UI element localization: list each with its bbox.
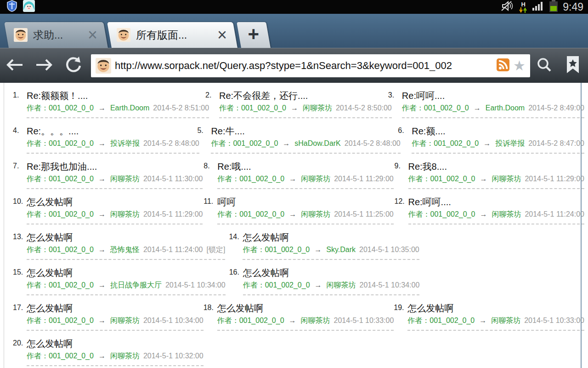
tab-all-boards[interactable]: 所有版面... × (107, 22, 237, 48)
author-link[interactable]: 作者：001_002_0_0 (412, 139, 479, 147)
post-title-link[interactable]: 怎么发帖啊 (243, 267, 420, 279)
author-link[interactable]: 作者：001_002_0_0 (217, 316, 284, 324)
author-link[interactable]: 作者：001_002_0_0 (27, 352, 94, 360)
post-title-link[interactable]: Re:呵呵.... (402, 90, 584, 102)
post-title-link[interactable]: 怎么发帖啊 (407, 303, 584, 314)
board-link[interactable]: 闲聊茶坊 (492, 210, 521, 218)
board-link[interactable]: 闲聊茶坊 (327, 281, 356, 289)
board-link[interactable]: 闲聊茶坊 (301, 316, 330, 324)
board-link[interactable]: 闲聊茶坊 (303, 104, 332, 112)
post-meta: 作者：001_002_0_0→闲聊茶坊2014-5-1 10:33:00 (407, 315, 584, 331)
post-title-link[interactable]: Re:哦.... (217, 161, 393, 172)
post-title-link[interactable]: Re:呵呵.... (408, 196, 584, 208)
author-link[interactable]: 作者：001_002_0_0 (243, 281, 310, 289)
result-row: 1. Re:额额额！.... 作者：001_002_0_0→Earth.Doom… (13, 90, 588, 118)
forward-arrow-icon (34, 58, 54, 72)
star-icon[interactable]: ★ (513, 59, 526, 73)
arrow-icon: → (479, 316, 486, 324)
author-link[interactable]: 作者：001_002_0_0 (27, 175, 94, 183)
board-link[interactable]: 闲聊茶坊 (491, 316, 520, 324)
result-number: 7. (13, 161, 27, 189)
arrow-icon: → (98, 139, 106, 147)
board-link[interactable]: 投诉举报 (495, 139, 525, 147)
board-link[interactable]: 闲聊茶坊 (110, 210, 140, 218)
post-title-link[interactable]: 怎么发帖啊 (27, 338, 204, 350)
refresh-icon (65, 56, 82, 74)
navigation-bar: http://www.sorpack.net/Query.asp?stype=1… (0, 48, 588, 83)
post-title-link[interactable]: 怎么发帖啊 (27, 232, 225, 243)
board-link[interactable]: Earth.Doom (110, 104, 149, 112)
author-link[interactable]: 作者：001_002_0_0 (27, 104, 94, 112)
board-link[interactable]: 闲聊茶坊 (492, 175, 521, 183)
post-title-link[interactable]: 怎么发帖啊 (243, 232, 419, 243)
board-link[interactable]: 闲聊茶坊 (110, 352, 140, 360)
author-link[interactable]: 作者：001_002_0_0 (217, 175, 284, 183)
author-link[interactable]: 作者：001_002_0_0 (211, 139, 278, 147)
result-row: 15. 怎么发帖啊 作者：001_002_0_0→抗日战争服大厅2014-5-1… (13, 267, 588, 295)
author-link[interactable]: 作者：001_002_0_0 (408, 175, 475, 183)
url-bar[interactable]: http://www.sorpack.net/Query.asp?stype=1… (91, 54, 530, 77)
post-title-link[interactable]: Re:不会很差，还行.... (219, 90, 392, 102)
tab-title: 求助... (33, 28, 81, 42)
result-item: 3. Re:呵呵.... 作者：001_002_0_0→Earth.Doom20… (388, 90, 588, 118)
forward-button[interactable] (29, 58, 59, 74)
post-title-link[interactable]: 呵呵 (217, 196, 393, 208)
board-link[interactable]: 闲聊茶坊 (110, 316, 140, 324)
post-title-link[interactable]: 怎么发帖啊 (27, 196, 203, 208)
url-text[interactable]: http://www.sorpack.net/Query.asp?stype=1… (115, 60, 493, 72)
bookmarks-button[interactable] (559, 56, 587, 76)
author-link[interactable]: 作者：001_002_0_0 (27, 210, 94, 218)
close-tab-icon[interactable]: × (87, 27, 98, 43)
post-title-link[interactable]: Re:额额额！.... (27, 90, 209, 102)
bookmark-ribbon-icon (566, 56, 580, 74)
result-item: 14. 怎么发帖啊 作者：001_002_0_0→Sky.Dark2014-5-… (229, 232, 423, 260)
board-link[interactable]: sHaDow.DarK (294, 139, 340, 147)
post-title-link[interactable]: 怎么发帖啊 (27, 267, 226, 279)
author-link[interactable]: 作者：001_002_0_0 (402, 104, 469, 112)
board-link[interactable]: Earth.Doom (486, 104, 525, 112)
board-link[interactable]: 闲聊茶坊 (301, 210, 330, 218)
post-title-link[interactable]: Re:额.... (412, 126, 584, 137)
tab-qiuzhu[interactable]: 求助... × (4, 22, 108, 48)
board-link[interactable]: 恐怖鬼怪 (110, 246, 140, 253)
browser-window: H 9:49 求助... × (0, 0, 588, 368)
close-tab-icon[interactable]: × (216, 27, 228, 43)
result-number: 5. (197, 126, 211, 154)
author-link[interactable]: 作者：001_002_0_0 (27, 316, 94, 324)
arrow-icon: → (98, 104, 106, 112)
plus-icon: + (239, 22, 268, 46)
result-item: 8. Re:哦.... 作者：001_002_0_0→闲聊茶坊2014-5-1 … (204, 161, 394, 189)
post-title-link[interactable]: 怎么发帖啊 (217, 303, 394, 314)
author-link[interactable]: 作者：001_002_0_0 (27, 281, 94, 289)
post-title-link[interactable]: Re:。。。.... (27, 126, 199, 137)
board-link[interactable]: Sky.Dark (326, 246, 356, 253)
post-meta: 作者：001_002_0_0→闲聊茶坊2014-5-1 11:24:00 (408, 209, 584, 224)
author-link[interactable]: 作者：001_002_0_0 (408, 210, 475, 218)
page-favicon (96, 58, 111, 74)
rss-icon[interactable] (497, 58, 509, 73)
post-date: 2014-5-2 8:48:00 (143, 139, 199, 147)
hspa-data-icon: H (519, 1, 527, 13)
search-button[interactable] (530, 57, 559, 75)
author-link[interactable]: 作者：001_002_0_0 (407, 316, 475, 324)
author-link[interactable]: 作者：001_002_0_0 (27, 139, 94, 147)
new-tab-button[interactable]: + (237, 22, 271, 48)
post-title-link[interactable]: 怎么发帖啊 (27, 303, 204, 314)
board-link[interactable]: 抗日战争服大厅 (110, 281, 162, 289)
board-link[interactable]: 投诉举报 (110, 139, 140, 147)
back-button[interactable] (0, 58, 29, 74)
refresh-button[interactable] (59, 56, 88, 75)
post-date: 2014-5-1 10:34:00 (165, 281, 226, 289)
post-title-link[interactable]: Re:我8.... (408, 161, 584, 172)
board-link[interactable]: 闲聊茶坊 (301, 175, 330, 183)
author-link[interactable]: 作者：001_002_0_0 (27, 246, 94, 253)
author-link[interactable]: 作者：001_002_0_0 (217, 210, 284, 218)
board-link[interactable]: 闲聊茶坊 (110, 175, 140, 183)
post-title-link[interactable]: Re:牛.... (211, 126, 400, 137)
post-date: 2014-5-1 10:32:00 (143, 352, 204, 360)
post-title-link[interactable]: Re:那我也加油.... (27, 161, 203, 172)
result-number: 13. (13, 232, 27, 260)
author-link[interactable]: 作者：001_002_0_0 (243, 246, 310, 253)
author-link[interactable]: 作者：001_002_0_0 (219, 104, 286, 112)
system-status-icons: H 9:49 (500, 0, 588, 14)
